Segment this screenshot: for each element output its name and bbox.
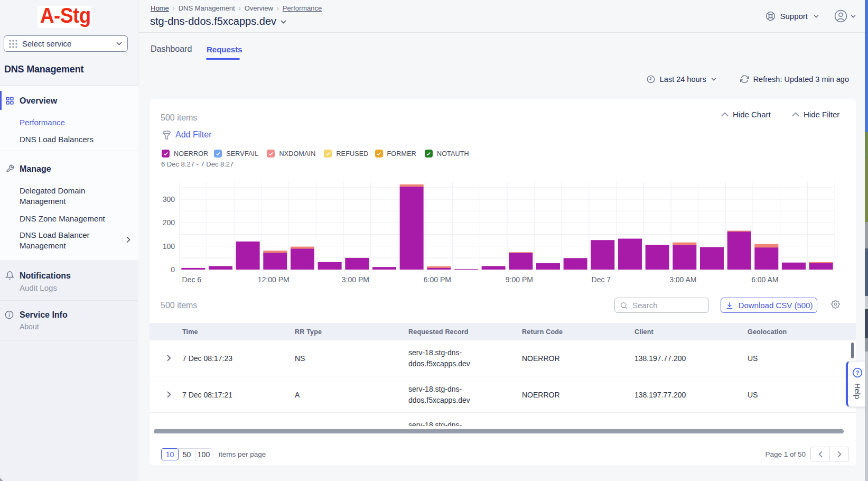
svg-text:6:00 AM: 6:00 AM xyxy=(751,275,778,284)
svg-text:3:00 PM: 3:00 PM xyxy=(342,275,369,284)
svg-text:3:00 AM: 3:00 AM xyxy=(669,275,696,284)
svg-text:200: 200 xyxy=(163,218,175,227)
svg-text:Dec 6: Dec 6 xyxy=(182,275,202,284)
svg-text:Dec 7: Dec 7 xyxy=(592,275,611,284)
svg-text:9:00 PM: 9:00 PM xyxy=(506,275,533,284)
svg-text:100: 100 xyxy=(163,242,175,251)
svg-text:12:00 PM: 12:00 PM xyxy=(258,275,290,284)
svg-text:6:00 PM: 6:00 PM xyxy=(424,275,451,284)
svg-text:?: ? xyxy=(856,369,860,376)
svg-text:0: 0 xyxy=(171,265,175,274)
svg-text:300: 300 xyxy=(163,195,175,204)
